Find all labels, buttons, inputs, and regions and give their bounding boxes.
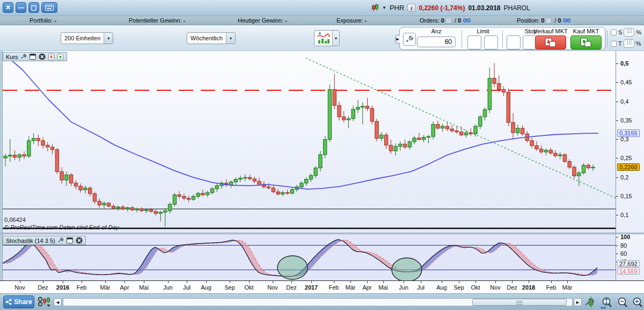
scrollbar-handle[interactable]	[472, 299, 567, 306]
orders-settings-icon[interactable]: ⚙⚙	[462, 17, 470, 24]
symbol-info-button[interactable]: i	[407, 4, 415, 12]
close-icon[interactable]	[39, 53, 46, 60]
wrench-icon[interactable]	[57, 237, 64, 244]
minimize-window-button[interactable]: —	[16, 2, 26, 13]
timeframe-select[interactable]: Wöchentlich▼	[187, 32, 236, 44]
stop-percent-input[interactable]: 10	[624, 28, 634, 37]
close-icon[interactable]	[76, 237, 83, 244]
sell-limit-button[interactable]	[467, 35, 481, 49]
time-axis[interactable]: NovDez2016FebMärAprMaiJunJulAugSepOktNov…	[0, 280, 644, 293]
symbol-dropdown-icon[interactable]: ▼	[382, 5, 386, 10]
stoch-k-badge: 27,692	[617, 260, 640, 267]
month-tick	[404, 281, 404, 283]
chevron-down-icon[interactable]: ▼	[332, 31, 339, 46]
month-label: Sep	[453, 284, 464, 291]
sell-stop-button[interactable]	[507, 35, 521, 49]
zoom-in-icon[interactable]	[631, 297, 644, 310]
buy-order-page-icon[interactable]	[57, 53, 64, 60]
month-label: Apr	[362, 284, 371, 291]
wrench-icon[interactable]	[20, 53, 27, 60]
signal-circle	[277, 256, 308, 279]
axis-tick	[616, 82, 618, 83]
sell-market-button[interactable]	[535, 35, 566, 49]
month-label: Mär	[346, 284, 356, 291]
symbol-header: ▼ PHR i 0,2260 (-1,74%) 01.03.2018 PHARO…	[371, 0, 530, 16]
position-list-icon[interactable]	[545, 17, 552, 24]
target-checkbox[interactable]	[611, 41, 617, 47]
detach-window-icon[interactable]	[30, 53, 36, 60]
sell-market-label: Verkauf MKT	[532, 28, 569, 34]
month-label: Mai	[378, 284, 388, 291]
price-axis[interactable]: 0,50,450,40,350,30,250,20,150,10,31550,2…	[616, 51, 644, 233]
copyright-note: © ProRealTime.com Daten sind End-of-Day	[4, 224, 119, 230]
chart-tools-icon[interactable]	[584, 297, 596, 309]
month-label: 2016	[56, 284, 69, 291]
instrument-name: PHAROL	[504, 4, 530, 12]
close-window-button[interactable]: ✕	[3, 2, 13, 13]
maximize-window-button[interactable]: ▢	[28, 2, 39, 13]
month-tick	[350, 281, 351, 283]
zoom-fit-icon[interactable]	[600, 297, 613, 310]
axis-tick	[616, 254, 618, 254]
position-settings-icon[interactable]: ⚙⚙	[562, 17, 570, 24]
month-label: Jul	[417, 284, 425, 291]
linked-symbol-icon[interactable]	[38, 297, 52, 308]
trade-panel: ▶ Anz Limit Stop Verkauf MKT Kauf MKT	[399, 27, 605, 50]
share-button[interactable]: Share	[3, 295, 34, 308]
trade-settings-button[interactable]	[403, 33, 416, 46]
stochastic-axis[interactable]: 10080604027,69214,559	[616, 234, 644, 280]
candlestick-icon	[371, 4, 379, 12]
stochastic-chart[interactable]	[3, 234, 616, 280]
portfolio-field: Portfolio: -	[30, 17, 56, 24]
quantity-input[interactable]	[417, 37, 456, 47]
month-label: Nov	[267, 284, 278, 291]
chevron-down-icon: ▼	[104, 33, 113, 44]
axis-tick	[616, 246, 618, 246]
wrench-icon	[406, 35, 414, 44]
month-label: Okt	[244, 284, 253, 291]
sell-order-icon	[545, 38, 557, 47]
orders-list-icon[interactable]	[445, 17, 452, 24]
target-percent-input[interactable]: 10	[624, 39, 634, 48]
detach-window-icon[interactable]	[67, 237, 74, 244]
month-label: Jun	[163, 284, 173, 291]
candlestick-chart[interactable]	[3, 51, 616, 233]
keyboard-icon[interactable]	[41, 2, 57, 13]
month-label: Feb	[546, 284, 557, 291]
range-low-label: 0,06424	[4, 217, 26, 223]
orders-field: Orders: 0 / 0⚙⚙	[420, 17, 470, 24]
buy-market-button[interactable]	[570, 35, 602, 49]
zoom-out-icon[interactable]	[616, 297, 629, 310]
scroll-left-button[interactable]: ◀	[54, 298, 62, 306]
price-chart-panel: Kurs 0,06424 © ProRealTime.com Daten sin…	[0, 51, 644, 233]
anz-label: Anz	[417, 28, 456, 34]
buy-limit-button[interactable]	[484, 35, 498, 49]
units-select[interactable]: 200 Einheiten▼	[61, 32, 113, 44]
axis-tick	[616, 120, 618, 121]
month-tick	[206, 281, 207, 283]
scroll-right-button[interactable]: ▶	[574, 298, 582, 306]
t-label: T	[618, 40, 622, 47]
month-tick	[567, 281, 568, 283]
account-infobar: Portfolio: - Potentieller Gewinn: - Heut…	[0, 16, 644, 25]
last-quote: 0,2260 (-1,74%)	[419, 4, 465, 12]
month-tick	[20, 281, 20, 283]
month-tick	[82, 281, 82, 283]
month-tick	[249, 281, 250, 283]
month-tick	[230, 281, 230, 283]
price-tick-label: 0,4	[620, 98, 628, 105]
sell-order-page-icon[interactable]	[48, 53, 55, 60]
month-label: Jun	[399, 284, 408, 291]
trade-panel-collapse-button[interactable]: ▶	[395, 35, 400, 44]
month-tick	[551, 281, 552, 283]
indicators-button[interactable]: ▼	[314, 30, 340, 46]
stoch-tick-label: 60	[620, 250, 627, 257]
month-tick	[291, 281, 292, 283]
stop-checkbox[interactable]	[611, 30, 617, 35]
exposure-field: Exposure: -	[336, 17, 367, 24]
axis-tick	[616, 177, 618, 178]
chart-scrollbar[interactable]	[63, 298, 573, 306]
titlebar: ✕ — ▢ ▼ PHR i 0,2260 (-1,74%) 01.03.2018…	[0, 0, 644, 16]
chart-toolbar: 200 Einheiten▼ Wöchentlich▼ ▼ ▶ Anz Limi…	[0, 25, 644, 51]
month-tick	[421, 281, 421, 283]
